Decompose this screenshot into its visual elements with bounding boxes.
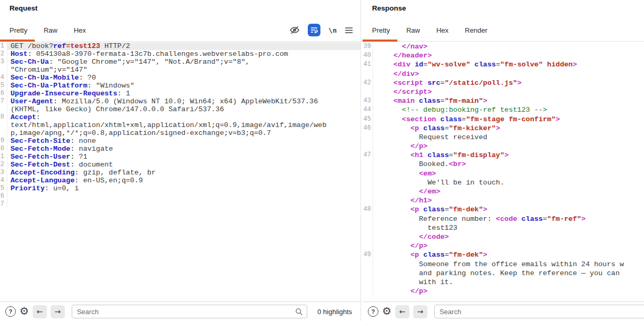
code-row[interactable]: </p>: [363, 287, 644, 296]
code-row[interactable]: Reference number: <code class="fm-ref">: [363, 215, 644, 223]
code-row[interactable]: 16: [0, 192, 360, 200]
previous-match-button[interactable]: ←: [33, 305, 47, 318]
line-number: 7: [0, 98, 7, 105]
line-number: [363, 142, 373, 151]
code-row[interactable]: 5Sec-Ch-Ua-Platform: "Windows": [0, 82, 360, 90]
line-number: 8: [0, 113, 7, 121]
settings-gear-icon[interactable]: ⚙: [19, 306, 29, 316]
code-row[interactable]: and parking notes. Keep the reference — …: [363, 269, 644, 278]
code-line: "Chromium";v="147": [7, 66, 360, 74]
code-row[interactable]: 7User-Agent: Mozilla/5.0 (Windows NT 10.…: [0, 98, 360, 105]
code-line: [7, 192, 360, 200]
tab-pretty[interactable]: Pretty: [372, 26, 390, 34]
newline-toggle-icon[interactable]: \n: [328, 26, 337, 34]
code-row[interactable]: 10Sec-Fetch-Mode: navigate: [0, 145, 360, 153]
code-row[interactable]: 14Accept-Language: en-US,en;q=0.9: [0, 177, 360, 184]
code-line: <div id="wv-solve" class="fm-solve" hidd…: [373, 60, 644, 69]
tab-pretty[interactable]: Pretty: [9, 26, 27, 34]
line-number: 49: [363, 250, 373, 259]
response-editor[interactable]: 39 </nav>40 </header>41 <div id="wv-solv…: [363, 42, 644, 301]
tab-raw[interactable]: Raw: [406, 26, 420, 34]
code-row[interactable]: "Chromium";v="147": [0, 66, 360, 74]
wrap-lines-icon[interactable]: [308, 24, 320, 36]
code-line: Sec-Ch-Ua-Mobile: ?0: [7, 74, 360, 82]
code-line: Accept:: [7, 113, 360, 121]
code-row[interactable]: </em>: [363, 187, 644, 196]
code-row[interactable]: 47 <h1 class="fm-display">: [363, 151, 644, 160]
search-input[interactable]: [72, 305, 307, 318]
code-row[interactable]: 13Accept-Encoding: gzip, deflate, br: [0, 169, 360, 177]
code-line: Sec-Fetch-Site: none: [7, 137, 360, 145]
code-row[interactable]: 11Sec-Fetch-User: ?1: [0, 153, 360, 161]
help-icon[interactable]: ?: [5, 306, 16, 317]
line-number: [363, 287, 373, 296]
settings-gear-icon[interactable]: ⚙: [382, 306, 392, 316]
code-row[interactable]: </h1>: [363, 196, 644, 205]
code-row[interactable]: 8Accept:: [0, 113, 360, 121]
next-match-button[interactable]: →: [51, 305, 65, 318]
line-number: 15: [0, 184, 7, 192]
code-row[interactable]: 17: [0, 200, 360, 208]
code-row[interactable]: 9Sec-Fetch-Site: none: [0, 137, 360, 145]
line-number: [363, 232, 373, 241]
code-row[interactable]: 48 <p class="fm-dek">: [363, 205, 644, 214]
menu-icon[interactable]: [345, 27, 353, 34]
previous-match-button[interactable]: ←: [395, 305, 409, 318]
code-line: <em>: [373, 169, 644, 178]
code-line: Sec-Ch-Ua: "Google Chrome";v="147", "Not…: [7, 58, 360, 66]
code-row[interactable]: text/html,application/xhtml+xml,applicat…: [0, 121, 360, 129]
code-row[interactable]: Booked.<br>: [363, 160, 644, 169]
code-row[interactable]: 4Sec-Ch-Ua-Mobile: ?0: [0, 74, 360, 82]
code-row[interactable]: 12Sec-Fetch-Dest: document: [0, 161, 360, 169]
line-number: 6: [0, 90, 7, 98]
code-row[interactable]: </p>: [363, 142, 644, 151]
code-row[interactable]: 41 <div id="wv-solve" class="fm-solve" h…: [363, 60, 644, 69]
line-number: 42: [363, 79, 373, 87]
code-row[interactable]: 15Priority: u=0, i: [0, 184, 360, 192]
code-row[interactable]: 43 <main class="fm-main">: [363, 96, 644, 105]
tab-hex[interactable]: Hex: [74, 26, 86, 34]
code-row[interactable]: </p>: [363, 241, 644, 250]
code-row[interactable]: Request received: [363, 133, 644, 142]
line-number: [363, 178, 373, 187]
code-line: User-Agent: Mozilla/5.0 (Windows NT 10.0…: [7, 98, 360, 105]
tab-raw[interactable]: Raw: [44, 26, 57, 34]
code-row[interactable]: 6Upgrade-Insecure-Requests: 1: [0, 90, 360, 98]
search-input[interactable]: [434, 305, 644, 318]
code-row[interactable]: </div>: [363, 70, 644, 79]
code-row[interactable]: 1GET /book?ref=test123 HTTP/2: [0, 42, 360, 50]
tab-hex[interactable]: Hex: [436, 26, 448, 34]
line-number: [363, 187, 373, 196]
code-row[interactable]: We'll be in touch.: [363, 178, 644, 187]
code-row[interactable]: 46 <p class="fm-kicker">: [363, 124, 644, 133]
help-icon[interactable]: ?: [368, 306, 378, 317]
code-line: and parking notes. Keep the reference — …: [373, 269, 644, 278]
request-editor[interactable]: 1GET /book?ref=test123 HTTP/22Host: 0541…: [0, 42, 360, 301]
code-row[interactable]: 3Sec-Ch-Ua: "Google Chrome";v="147", "No…: [0, 58, 360, 66]
code-row[interactable]: 45 <section class="fm-stage fm-confirm">: [363, 115, 644, 124]
tab-render[interactable]: Render: [465, 26, 487, 34]
code-row[interactable]: test123: [363, 223, 644, 232]
code-row[interactable]: (KHTML, like Gecko) Chrome/147.0.0.0 Saf…: [0, 105, 360, 113]
code-row[interactable]: with it.: [363, 278, 644, 287]
code-row[interactable]: Someone from the office emails within 24…: [363, 260, 644, 269]
code-row[interactable]: 2Host: 054130a8-3970-fermata-13c7b.chall…: [0, 50, 360, 58]
code-row[interactable]: 39 </nav>: [363, 42, 644, 51]
code-row[interactable]: 40 </header>: [363, 51, 644, 60]
code-line: <h1 class="fm-display">: [373, 151, 644, 160]
code-row[interactable]: </code>: [363, 232, 644, 241]
code-line: </script>: [373, 87, 644, 96]
code-line: Accept-Encoding: gzip, deflate, br: [7, 169, 360, 177]
code-row[interactable]: <em>: [363, 169, 644, 178]
search-icon: [295, 308, 303, 316]
code-line: text/html,application/xhtml+xml,applicat…: [7, 121, 360, 129]
hide-matched-items-icon[interactable]: [289, 25, 300, 35]
code-line: (KHTML, like Gecko) Chrome/147.0.0.0 Saf…: [7, 105, 360, 113]
code-row[interactable]: p,image/apng,*/*;q=0.8,application/signe…: [0, 129, 360, 137]
code-row[interactable]: </script>: [363, 87, 644, 96]
response-title: Response: [372, 4, 406, 12]
code-row[interactable]: 42 <script src="/static/poll.js">: [363, 79, 644, 87]
code-row[interactable]: 49 <p class="fm-dek">: [363, 250, 644, 259]
code-row[interactable]: 44 <!-- debug:booking-ref test123 -->: [363, 105, 644, 114]
next-match-button[interactable]: →: [413, 305, 427, 318]
